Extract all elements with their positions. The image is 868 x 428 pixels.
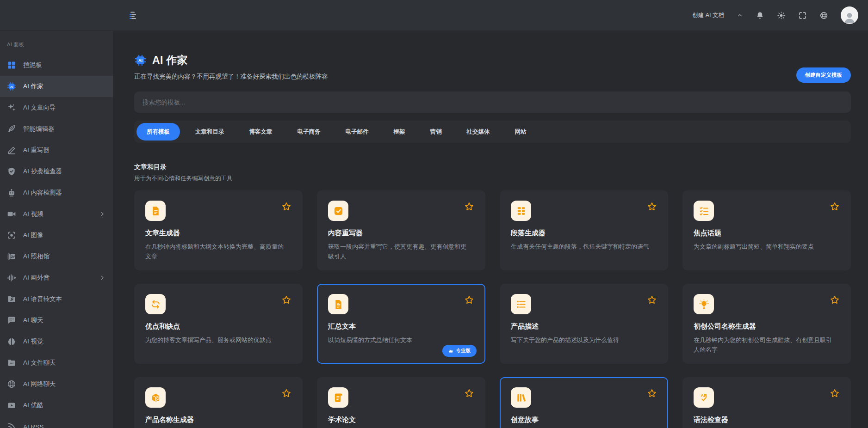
- template-card[interactable]: 汇总文本以简短易懂的方式总结任何文本专业版: [317, 284, 485, 364]
- sidebar-item-label: AI 图像: [23, 231, 43, 239]
- card-title: 语法检查器: [694, 416, 840, 424]
- chevron-right-icon: [99, 275, 105, 281]
- sidebar-item-label: AI 内容检测器: [23, 189, 62, 197]
- favorite-star-icon[interactable]: [830, 295, 840, 305]
- globe-icon[interactable]: [819, 11, 828, 20]
- sidebar-item-label: AI 聊天: [23, 316, 43, 324]
- template-card[interactable]: 创意故事允许 AI 根据输入文本为您生成创意故事: [500, 377, 668, 428]
- user-avatar[interactable]: [841, 6, 858, 24]
- chat-icon: [7, 316, 16, 325]
- search-input[interactable]: [134, 92, 851, 113]
- sidebar-item[interactable]: AI 图像: [0, 225, 113, 246]
- page-title: AI 作家: [152, 53, 188, 67]
- section-subtitle: 用于为不同心情和任务编写创意的工具: [134, 175, 851, 183]
- menu-toggle-icon[interactable]: [127, 9, 139, 21]
- svg-text:AI: AI: [138, 58, 143, 63]
- favorite-star-icon[interactable]: [830, 202, 840, 212]
- sidebar-item[interactable]: AI 聊天: [0, 310, 113, 331]
- pro-badge: 专业版: [442, 345, 477, 357]
- sidebar-item-label: AI 视频: [23, 210, 43, 218]
- sidebar-item-label: AI 网络聊天: [23, 380, 56, 388]
- table-icon: [511, 201, 531, 221]
- sidebar-item-label: AI 优酷: [23, 401, 43, 410]
- page-subtitle: 正在寻找完美的内容？不用再观望了！准备好探索我们出色的模板阵容: [134, 73, 851, 81]
- sun-icon[interactable]: [777, 11, 786, 20]
- favorite-star-icon[interactable]: [281, 388, 291, 398]
- sidebar-item-label: AI 文章向导: [23, 104, 56, 112]
- sidebar-item[interactable]: AI 抄袭检查器: [0, 161, 113, 182]
- doc-summary-icon: [328, 294, 348, 314]
- card-title: 产品描述: [511, 322, 657, 331]
- sidebar-item[interactable]: AI 网络聊天: [0, 373, 113, 395]
- tab-category[interactable]: 电子商务: [285, 123, 333, 141]
- card-description: 为您的博客文章撰写产品、服务或网站的优缺点: [145, 335, 291, 345]
- sidebar-item[interactable]: AIAI 作家: [0, 76, 113, 97]
- sidebar-item[interactable]: 挡泥板: [0, 55, 113, 76]
- bell-icon[interactable]: [756, 11, 764, 20]
- image-focus-icon: [7, 231, 16, 240]
- template-card[interactable]: 焦点话题为文章的副标题写出简短、简单和翔实的要点: [682, 190, 851, 270]
- favorite-star-icon[interactable]: [464, 295, 474, 305]
- chevron-up-icon[interactable]: [737, 12, 743, 18]
- tab-category[interactable]: 社交媒体: [454, 123, 502, 141]
- sidebar: AI 面板 挡泥板AIAI 作家AI 文章向导智能编辑器AI 重写器AI 抄袭检…: [0, 31, 113, 428]
- tab-category[interactable]: 博客文章: [237, 123, 285, 141]
- grammar-icon: AB: [694, 387, 714, 408]
- template-card[interactable]: 文章生成器在几秒钟内将标题和大纲文本转换为完整、高质量的文章: [134, 190, 303, 270]
- favorite-star-icon[interactable]: [464, 388, 474, 398]
- globe-icon: [7, 379, 16, 389]
- sidebar-item[interactable]: AI 文章向导: [0, 97, 113, 118]
- tab-category[interactable]: 网站: [502, 123, 539, 141]
- create-ai-doc-link[interactable]: 创建 AI 文档: [692, 12, 724, 19]
- template-card[interactable]: 产品名称生成器根据示例词创建创意商品名称: [134, 377, 303, 428]
- sidebar-item-label: AI 画外音: [23, 274, 50, 282]
- folder-chat-icon: [7, 358, 16, 367]
- template-card[interactable]: 优点和缺点为您的博客文章撰写产品、服务或网站的优缺点: [134, 284, 303, 364]
- folder-audio-icon: [7, 294, 16, 304]
- sidebar-item[interactable]: AI 视频: [0, 203, 113, 225]
- favorite-star-icon[interactable]: [281, 202, 291, 212]
- favorite-star-icon[interactable]: [647, 388, 657, 398]
- template-card[interactable]: 学术论文只需一秒钟即可为各种主题创建创意学术论文: [317, 377, 485, 428]
- favorite-star-icon[interactable]: [647, 202, 657, 212]
- sidebar-item[interactable]: AI RSS: [0, 416, 113, 428]
- template-card[interactable]: 初创公司名称生成器在几秒钟内为您的初创公司生成酷炫、有创意且吸引人的名字: [682, 284, 851, 364]
- ai-chip-icon: AI: [7, 82, 16, 91]
- sidebar-item[interactable]: AI 照相馆: [0, 246, 113, 267]
- video-icon: [7, 209, 16, 219]
- favorite-star-icon[interactable]: [830, 388, 840, 398]
- sidebar-item[interactable]: AI 画外音: [0, 267, 113, 288]
- create-custom-template-button[interactable]: 创建自定义模板: [796, 67, 851, 83]
- sidebar-item[interactable]: AI 语音转文本: [0, 288, 113, 310]
- sidebar-nav: 挡泥板AIAI 作家AI 文章向导智能编辑器AI 重写器AI 抄袭检查器AI 内…: [0, 55, 113, 428]
- tab-category[interactable]: 营销: [418, 123, 454, 141]
- favorite-star-icon[interactable]: [281, 295, 291, 305]
- template-card[interactable]: 内容重写器获取一段内容并重写它，使其更有趣、更有创意和更吸引人: [317, 190, 485, 270]
- feather-icon: [7, 124, 16, 134]
- tab-category[interactable]: 电子邮件: [333, 123, 381, 141]
- template-card[interactable]: 产品描述写下关于您的产品的描述以及为什么值得: [500, 284, 668, 364]
- sidebar-item[interactable]: AI 内容检测器: [0, 182, 113, 203]
- favorite-star-icon[interactable]: [647, 295, 657, 305]
- sidebar-item[interactable]: AI 文件聊天: [0, 352, 113, 373]
- sidebar-item-label: 智能编辑器: [23, 125, 55, 133]
- scroll-icon: [328, 387, 348, 408]
- sidebar-item[interactable]: 智能编辑器: [0, 118, 113, 140]
- shield-check-icon: [7, 167, 16, 176]
- favorite-star-icon[interactable]: [464, 202, 474, 212]
- sidebar-item[interactable]: AI 重写器: [0, 140, 113, 161]
- tab-active[interactable]: 所有模板: [136, 123, 180, 141]
- template-card[interactable]: 段落生成器生成有关任何主题的段落，包括关键字和特定的语气: [500, 190, 668, 270]
- tab-category[interactable]: 文章和目录: [183, 123, 237, 141]
- sidebar-item[interactable]: AI 视觉: [0, 331, 113, 352]
- sidebar-item[interactable]: AI 优酷: [0, 395, 113, 416]
- card-title: 优点和缺点: [145, 322, 291, 331]
- fullscreen-icon[interactable]: [798, 11, 807, 20]
- template-card[interactable]: AB语法检查器确保您的内容中没有错误: [682, 377, 851, 428]
- dashboard-icon: [7, 61, 16, 70]
- card-title: 段落生成器: [511, 229, 657, 238]
- pencil-icon: [7, 146, 16, 155]
- tab-category[interactable]: 框架: [381, 123, 418, 141]
- card-title: 创意故事: [511, 416, 657, 424]
- rss-icon: [7, 422, 16, 428]
